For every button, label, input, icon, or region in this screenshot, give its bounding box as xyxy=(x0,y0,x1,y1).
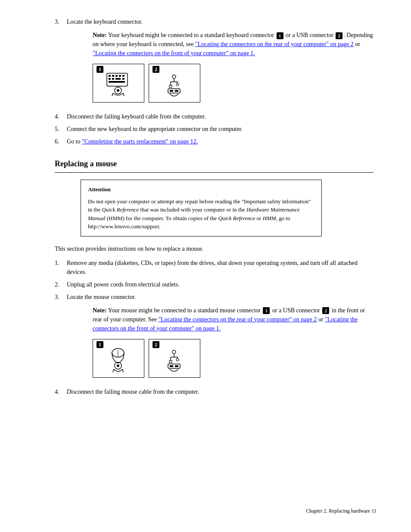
svg-rect-41 xyxy=(170,365,173,367)
keyboard-connector-box-2: 2 xyxy=(149,64,200,103)
mouse-connector-box-2: 2 xyxy=(149,339,200,378)
section-intro-text: This section provides instructions on ho… xyxy=(55,246,203,252)
svg-rect-4 xyxy=(119,75,121,77)
step-1-mouse: 1. Remove any media (diskettes, CDs, or … xyxy=(55,258,374,277)
page-content: 3. Locate the keyboard connector. Note: … xyxy=(55,17,374,396)
svg-rect-21 xyxy=(169,85,172,87)
svg-line-32 xyxy=(122,369,123,372)
attention-title: Attention xyxy=(88,185,314,194)
step-text: Remove any media (diskettes, CDs, or tap… xyxy=(67,260,358,275)
step-num: 4. xyxy=(55,112,67,121)
svg-rect-7 xyxy=(112,78,114,80)
step-2-mouse: 2. Unplug all power cords from electrica… xyxy=(55,280,374,289)
mouse-box2-label: 2 xyxy=(153,341,159,348)
svg-point-29 xyxy=(117,364,119,367)
svg-rect-9 xyxy=(122,78,125,80)
svg-rect-8 xyxy=(115,78,121,80)
mouse-connector-box-1: 1 xyxy=(93,339,144,378)
svg-rect-2 xyxy=(112,75,114,77)
step-number-label: 2. xyxy=(55,281,59,288)
keyboard-ps2-icon xyxy=(99,68,138,98)
note-label-mouse: Note: xyxy=(93,307,107,314)
svg-rect-1 xyxy=(109,75,111,77)
svg-rect-6 xyxy=(109,78,111,80)
mouse-section-intro: This section provides instructions on ho… xyxy=(55,244,374,253)
connector-images-mouse: 1 xyxy=(93,339,374,378)
note-label: Note: xyxy=(93,32,107,38)
step-text: Unplug all power cords from electrical o… xyxy=(67,281,180,288)
step-num: 4. xyxy=(55,387,67,396)
step-text: Locate the keyboard connector. xyxy=(67,19,143,25)
svg-line-31 xyxy=(113,369,114,372)
step-content: Unplug all power cords from electrical o… xyxy=(67,280,374,289)
link-completing-parts[interactable]: "Completing the parts replacement" on pa… xyxy=(82,138,198,145)
svg-line-15 xyxy=(123,93,124,96)
link-rear-mouse[interactable]: "Locating the connectors on the rear of … xyxy=(158,316,317,323)
step-text: Disconnect the failing mouse cable from … xyxy=(67,389,199,395)
step-content: Disconnect the failing keyboard cable fr… xyxy=(67,112,374,121)
svg-rect-25 xyxy=(175,90,178,92)
step-text-go: Go to "Completing the parts replacement"… xyxy=(67,138,198,145)
svg-rect-3 xyxy=(115,75,118,77)
page-footer: Chapter 2. Replacing hardware 11 xyxy=(306,507,377,515)
svg-rect-10 xyxy=(109,81,125,83)
step-number-label: 1. xyxy=(55,260,59,266)
attention-box: Attention Do not open your computer or a… xyxy=(81,180,322,236)
quick-ref-italic: Quick Reference xyxy=(102,206,139,213)
step-number-label: 6. xyxy=(55,138,59,145)
svg-point-33 xyxy=(172,350,176,354)
connector-divider xyxy=(144,64,149,103)
keyboard-connector-box-1: 1 xyxy=(93,64,144,103)
step-number-label: 4. xyxy=(55,389,59,395)
svg-rect-42 xyxy=(175,365,178,367)
mouse-ps2-icon xyxy=(99,343,138,373)
connector-divider-mouse xyxy=(144,339,149,378)
note-keyboard: Note: Your keyboard might be connected t… xyxy=(93,31,374,58)
step-text: Locate the mouse connector. xyxy=(67,294,136,300)
step-3-keyboard: 3. Locate the keyboard connector. Note: … xyxy=(55,17,374,109)
box2-label: 2 xyxy=(153,66,159,73)
connector-images-keyboard: 1 xyxy=(93,64,374,103)
keyboard-usb-icon xyxy=(155,68,194,98)
mouse-badge-2: 2 xyxy=(322,307,329,314)
step-num: 3. xyxy=(55,17,67,109)
connector-badge-1: 1 xyxy=(277,32,283,39)
step-number-label: 3. xyxy=(55,294,59,300)
hmm-italic2: HMM xyxy=(263,215,276,221)
qr-italic2: Quick Reference xyxy=(218,215,255,221)
footer-text: Chapter 2. Replacing hardware 11 xyxy=(306,508,377,514)
mouse-badge-1: 1 xyxy=(263,307,270,314)
mouse-box1-label: 1 xyxy=(97,341,103,348)
svg-rect-38 xyxy=(169,361,172,363)
step-6-keyboard: 6. Go to "Completing the parts replaceme… xyxy=(55,137,374,146)
step-num: 3. xyxy=(55,292,67,384)
step-num: 2. xyxy=(55,280,67,289)
note-text-before: Your keyboard might be connected to a st… xyxy=(93,32,373,56)
svg-line-14 xyxy=(112,93,113,96)
step-num: 5. xyxy=(55,124,67,134)
step-num: 6. xyxy=(55,137,67,146)
svg-rect-5 xyxy=(122,75,125,77)
step-number-label: 5. xyxy=(55,126,59,132)
step-4-mouse: 4. Disconnect the failing mouse cable fr… xyxy=(55,387,374,396)
step-number-label: 3. xyxy=(55,19,59,25)
step-content: Connect the new keyboard to the appropri… xyxy=(67,124,374,134)
step-content: Locate the keyboard connector. Note: You… xyxy=(67,17,374,109)
step-text: Disconnect the failing keyboard cable fr… xyxy=(67,113,206,120)
svg-point-12 xyxy=(117,89,119,92)
svg-point-16 xyxy=(172,75,176,78)
step-content: Go to "Completing the parts replacement"… xyxy=(67,137,374,146)
step-num: 1. xyxy=(55,258,67,277)
note-mouse-text: Your mouse might be connected to a stand… xyxy=(93,307,365,332)
connector-badge-2: 2 xyxy=(336,32,342,39)
step-4-keyboard: 4. Disconnect the failing keyboard cable… xyxy=(55,112,374,121)
step-3-mouse: 3. Locate the mouse connector. Note: You… xyxy=(55,292,374,384)
mouse-usb-icon xyxy=(155,343,194,373)
step-text: Connect the new keyboard to the appropri… xyxy=(67,126,243,132)
link-rear-keyboard[interactable]: "Locating the connectors on the rear of … xyxy=(195,41,354,47)
step-5-keyboard: 5. Connect the new keyboard to the appro… xyxy=(55,124,374,134)
step-content: Disconnect the failing mouse cable from … xyxy=(67,387,374,396)
link-front-keyboard[interactable]: "Locating the connectors on the front of… xyxy=(93,50,255,56)
box1-label: 1 xyxy=(97,66,103,73)
attention-text: Do not open your computer or attempt any… xyxy=(88,197,314,231)
